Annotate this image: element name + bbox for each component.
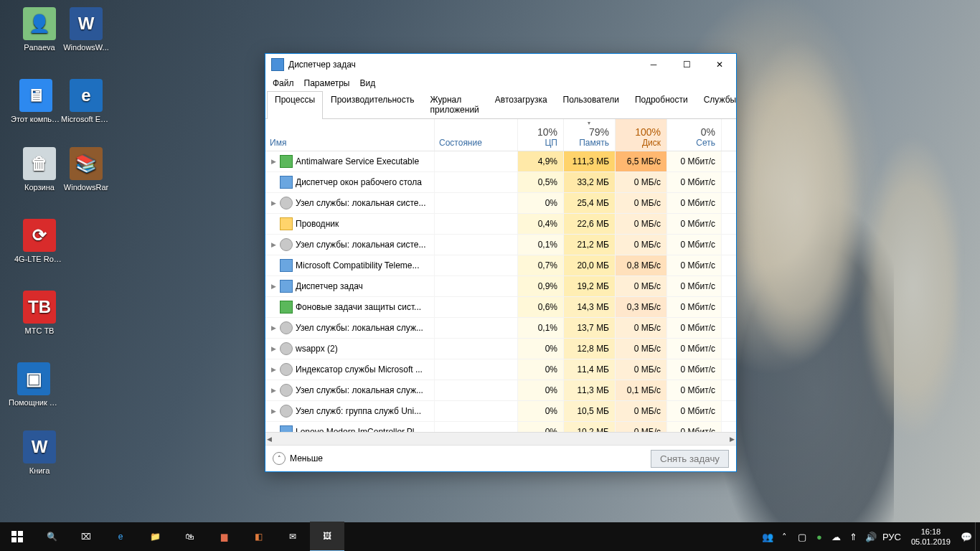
process-row[interactable]: ▶wsappx (2)0%12,8 МБ0 МБ/с0 Мбит/с [265,339,736,359]
cell-disk: 0 МБ/с [616,276,667,296]
expand-icon[interactable]: ▶ [270,235,277,255]
process-name: Узел служб: группа служб Uni... [296,401,421,421]
tab[interactable]: Журнал приложений [423,91,487,119]
app-icon: 📚 [70,147,103,180]
search-button[interactable]: 🔍 [34,522,69,551]
process-row[interactable]: Проводник0,4%22,6 МБ0 МБ/с0 Мбит/с [265,214,736,235]
task-view-button[interactable]: ⌧ [69,522,103,551]
tray-notifications-icon[interactable]: 💬 [958,522,975,551]
fewer-details-button[interactable]: ˄ Меньше [273,452,323,465]
process-row[interactable]: ▶Диспетчер задач0,9%19,2 МБ0 МБ/с0 Мбит/… [265,276,736,297]
expand-icon[interactable]: ▶ [270,151,277,171]
cell-memory: 12,8 МБ [564,339,616,359]
desktop[interactable]: 👤PanaevaWWindowsW...🖥Этот компьютерeMicr… [0,0,980,522]
tray-battery-icon[interactable]: ▢ [793,522,811,551]
process-row[interactable]: ▶Узел службы: локальная систе...0,1%21,2… [265,235,736,255]
process-row[interactable]: Фоновые задачи защиты сист...0,6%14,3 МБ… [265,297,736,318]
desktop-icon[interactable]: ▣Помощник по обновл... [9,362,59,407]
tray-clock[interactable]: 16:18 05.01.2019 [904,527,958,547]
expand-icon[interactable]: ▶ [270,380,277,400]
taskbar-app-red[interactable]: ▆ [207,522,241,551]
desktop-icon[interactable]: eMicrosoft Edge [61,79,111,123]
taskbar-taskmgr[interactable]: 🖼 [310,522,344,551]
desktop-icon[interactable]: WКнига [14,430,65,475]
expand-icon[interactable]: ▶ [270,401,277,421]
tab[interactable]: Производительность [323,91,422,119]
taskbar-edge[interactable]: e [103,522,138,551]
process-row[interactable]: Microsoft Compatibility Teleme...0,7%20,… [265,255,736,276]
taskbar-app-orange[interactable]: ◧ [241,522,275,551]
tab[interactable]: Службы [696,91,744,119]
desktop-icon[interactable]: ⟳4G-LTE Router [14,219,65,263]
maximize-button[interactable]: ☐ [670,54,703,75]
col-memory[interactable]: ▾79%Память [564,119,616,151]
tray-onedrive-icon[interactable]: ☁ [828,522,845,551]
start-button[interactable] [0,522,34,551]
desktop-icon[interactable]: WWindowsW... [61,7,111,52]
expand-icon[interactable]: ▶ [270,276,277,296]
process-list[interactable]: ▶Antimalware Service Executable4,9%111,3… [265,151,736,432]
col-state[interactable]: Состояние [435,119,518,151]
tray-wifi-icon[interactable]: ⇑ [845,522,862,551]
desktop-icon[interactable]: ТВМТС ТВ [14,291,65,335]
menu-options[interactable]: Параметры [304,78,350,88]
taskbar-store[interactable]: 🛍 [172,522,207,551]
col-cpu[interactable]: 10%ЦП [518,119,564,151]
cell-memory: 21,2 МБ [564,235,616,255]
taskbar-mail[interactable]: ✉ [275,522,310,551]
cell-name: Microsoft Compatibility Teleme... [265,255,435,276]
process-row[interactable]: ▶Antimalware Service Executable4,9%111,3… [265,151,736,172]
cell-memory: 14,3 МБ [564,297,616,317]
horizontal-scrollbar[interactable]: ◀▶ [265,432,736,445]
tab[interactable]: Пользователи [555,91,627,119]
col-name[interactable]: Имя [265,119,435,151]
process-row[interactable]: Lenovo.Modern.ImController.Pl...0%10,2 М… [265,422,736,432]
cell-state [435,297,518,317]
tray-language[interactable]: РУС [880,522,904,551]
menu-file[interactable]: Файл [273,78,294,88]
tab[interactable]: Процессы [267,91,323,119]
show-desktop-button[interactable] [975,522,980,551]
desktop-icon[interactable]: 📚WindowsRar [61,147,111,192]
process-row[interactable]: Диспетчер окон рабочего стола0,5%33,2 МБ… [265,172,736,193]
expand-icon[interactable]: ▶ [270,359,277,380]
titlebar[interactable]: Диспетчер задач ─ ☐ ✕ [265,54,736,75]
expand-icon[interactable]: ▶ [270,193,277,213]
cell-network: 0 Мбит/с [667,235,722,255]
taskbar-explorer[interactable]: 📁 [138,522,172,551]
process-row[interactable]: ▶Узел службы: локальная служ...0%11,3 МБ… [265,380,736,401]
cell-state [435,193,518,213]
desktop-icon[interactable]: 👤Panaeva [14,7,65,52]
minimize-button[interactable]: ─ [637,54,670,75]
tab[interactable]: Подробности [627,91,696,119]
menu-view[interactable]: Вид [359,78,375,88]
process-row[interactable]: ▶Узел службы: локальная систе...0%25,4 М… [265,193,736,214]
svg-rect-3 [18,537,23,542]
close-button[interactable]: ✕ [703,54,736,75]
cell-network: 0 Мбит/с [667,318,722,338]
process-row[interactable]: ▶Узел службы: локальная служ...0,1%13,7 … [265,318,736,339]
expand-icon[interactable]: ▶ [270,318,277,338]
tray-people-icon[interactable]: 👥 [759,522,776,551]
col-network[interactable]: 0%Сеть [667,119,722,151]
desktop-icon[interactable]: 🗑Корзина [14,147,65,192]
tray-network-icon[interactable]: ● [811,522,828,551]
icon-label: Panaeva [14,43,65,52]
expand-icon[interactable]: ▶ [270,339,277,359]
cell-state [435,318,518,338]
col-disk[interactable]: 100%Диск [616,119,667,151]
end-task-button[interactable]: Снять задачу [651,450,729,468]
cell-memory: 11,4 МБ [564,359,616,380]
tab[interactable]: Автозагрузка [487,91,555,119]
process-icon [280,405,293,418]
cell-state [435,214,518,234]
process-row[interactable]: ▶Узел служб: группа служб Uni...0%10,5 М… [265,401,736,422]
process-icon [280,280,293,293]
tray-overflow-icon[interactable]: ˄ [776,522,793,551]
tray-volume-icon[interactable]: 🔊 [862,522,880,551]
process-row[interactable]: ▶Индексатор службы Microsoft ...0%11,4 М… [265,359,736,380]
cell-state [435,255,518,276]
desktop-icon[interactable]: 🖥Этот компьютер [11,79,61,123]
cell-state [435,401,518,421]
icon-label: МТС ТВ [14,326,65,335]
